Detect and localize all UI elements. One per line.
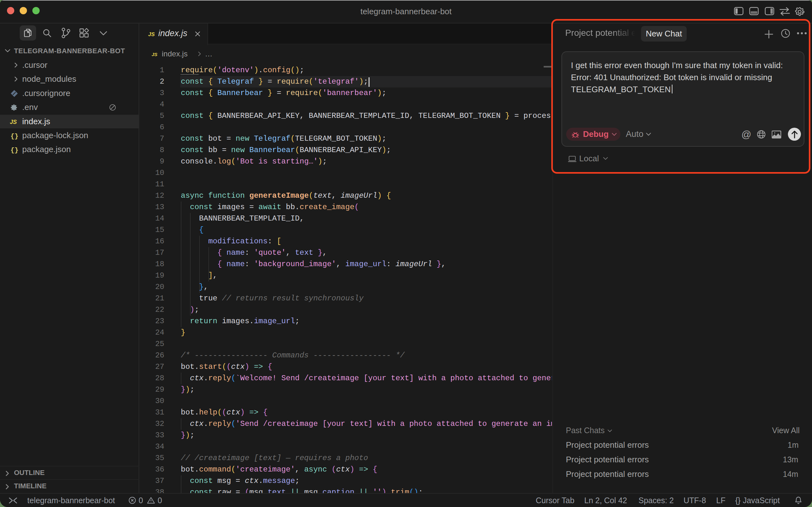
svg-text:JS: JS: [10, 119, 17, 125]
svg-text:{}: {}: [10, 147, 18, 154]
svg-text:JS: JS: [152, 52, 157, 57]
svg-text:{}: {}: [10, 133, 18, 140]
svg-text:JS: JS: [148, 32, 155, 38]
